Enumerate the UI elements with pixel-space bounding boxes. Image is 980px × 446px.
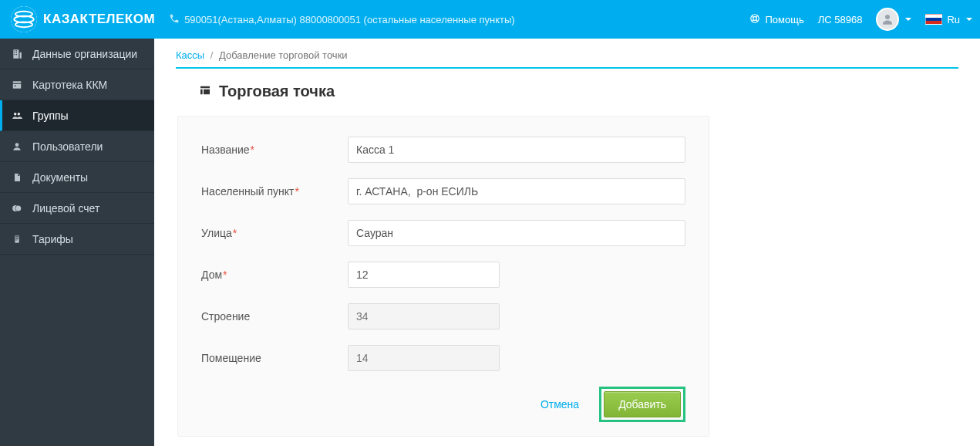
breadcrumb-current: Добавление торговой точки [219,49,348,61]
form-row-street: Улица* [201,220,685,246]
house-input[interactable] [348,262,500,288]
sidebar-item-documents[interactable]: Документы [0,162,154,193]
submit-button[interactable]: Добавить [604,391,681,417]
account-label: ЛС 58968 [818,14,863,25]
sidebar-item-tariffs[interactable]: Тарифы [0,224,154,255]
user-menu[interactable] [876,8,911,31]
user-icon [11,141,23,152]
sidebar-item-kkm[interactable]: Картотека ККМ [0,69,154,100]
svg-line-9 [756,19,758,21]
form-card: Название* Населенный пункт* Улица* Дом* [177,116,709,437]
form-label-room: Помещение [201,352,348,364]
store-icon [199,84,211,100]
sidebar-item-label: Документы [32,171,88,184]
chevron-down-icon [905,18,911,21]
help-label: Помощь [765,14,803,25]
avatar-icon [876,8,899,31]
svg-rect-12 [13,83,22,88]
building-icon [11,49,23,59]
building-input[interactable] [348,303,500,329]
brand-logo[interactable]: КАЗАКТЕЛЕКОМ [11,6,155,32]
form-actions: Отмена Добавить [201,387,685,422]
form-label-city: Населенный пункт* [201,185,348,198]
submit-button-highlight: Добавить [599,387,685,422]
account-link[interactable]: ЛС 58968 [818,14,863,25]
groups-icon [11,110,23,121]
city-input[interactable] [348,178,685,204]
svg-point-15 [18,112,21,115]
phone-icon [169,13,180,26]
sidebar-item-users[interactable]: Пользователи [0,131,154,162]
sidebar-item-label: Картотека ККМ [32,79,107,91]
header: КАЗАКТЕЛЕКОМ 590051(Астана,Алматы) 88000… [0,0,980,39]
sidebar: Данные организации Картотека ККМ Группы … [0,39,154,446]
card-icon [11,79,23,90]
room-input[interactable] [348,345,500,371]
help-link[interactable]: Помощь [749,13,803,26]
logo-icon [11,6,37,32]
wallet-icon [11,203,23,214]
form-label-house: Дом* [201,269,348,281]
language-switch[interactable]: Ru [925,14,972,25]
lifebuoy-icon [749,13,760,26]
header-phone[interactable]: 590051(Астана,Алматы) 88000800051 (остал… [169,13,515,26]
svg-point-19 [15,205,21,211]
sidebar-item-label: Пользователи [32,140,103,153]
sidebar-item-label: Лицевой счет [32,202,99,215]
sidebar-item-label: Группы [32,110,69,122]
page-title-text: Торговая точка [219,83,335,100]
svg-line-6 [752,15,753,16]
language-label: Ru [947,14,960,25]
sidebar-item-org-data[interactable]: Данные организации [0,39,154,69]
header-phone-text: 590051(Астана,Алматы) 88000800051 (остал… [184,14,515,25]
chevron-down-icon [966,18,972,21]
breadcrumb: Кассы / Добавление торговой точки [176,49,958,61]
street-input[interactable] [348,220,685,246]
form-row-city: Населенный пункт* [201,178,685,204]
sidebar-item-label: Данные организации [32,48,137,60]
svg-line-7 [756,15,758,16]
svg-rect-13 [15,85,16,86]
form-label-name: Название* [201,144,348,156]
breadcrumb-separator: / [210,49,214,61]
form-label-building: Строение [201,310,348,323]
sidebar-item-balance[interactable]: Лицевой счет [0,193,154,224]
svg-rect-11 [13,81,22,83]
svg-point-10 [885,15,890,19]
flag-ru-icon [925,14,942,25]
svg-point-16 [15,143,19,147]
sidebar-item-label: Тарифы [32,233,73,245]
accent-divider [176,67,958,69]
svg-point-14 [14,112,17,115]
cancel-button[interactable]: Отмена [541,398,579,411]
form-row-building: Строение [201,303,685,329]
brand-name: КАЗАКТЕЛЕКОМ [43,12,155,27]
page-title: Торговая точка [199,83,958,100]
main-content: Кассы / Добавление торговой точки Торгов… [154,39,980,446]
form-row-room: Помещение [201,345,685,371]
form-label-street: Улица* [201,227,348,239]
form-row-name: Название* [201,137,685,163]
doc-icon [11,172,23,183]
svg-line-8 [752,19,753,21]
svg-point-5 [753,16,757,20]
breadcrumb-link-kassy[interactable]: Кассы [176,49,204,61]
name-input[interactable] [348,137,685,163]
sidebar-item-groups[interactable]: Группы [0,100,154,131]
form-row-house: Дом* [201,262,685,288]
tariff-icon [11,234,23,245]
